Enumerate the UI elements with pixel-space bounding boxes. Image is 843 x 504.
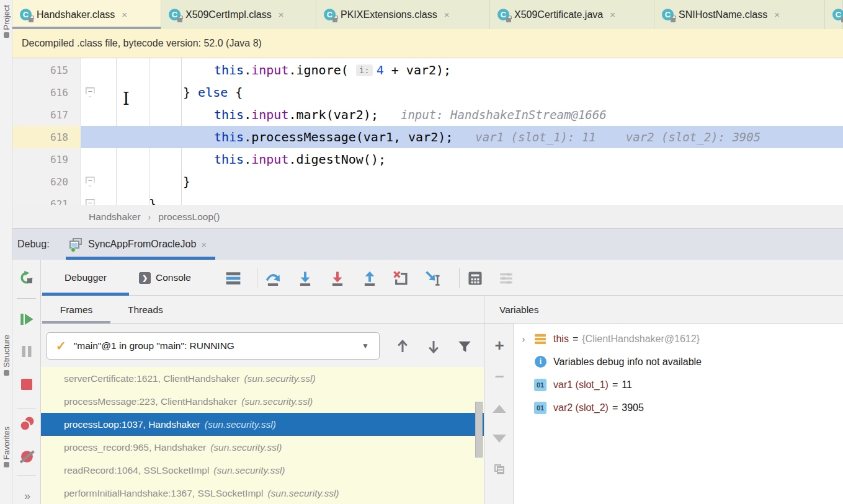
settings-sliders-button[interactable]	[497, 270, 515, 287]
code-text[interactable]: }	[99, 174, 843, 189]
show-execution-point-button[interactable]	[225, 270, 242, 287]
line-number[interactable]: 619	[12, 154, 81, 166]
code-text[interactable]: }	[99, 197, 843, 205]
editor-tab-partial[interactable]: C	[825, 0, 843, 29]
force-step-into-button[interactable]	[329, 270, 346, 287]
run-to-cursor-button[interactable]	[424, 270, 442, 287]
close-icon[interactable]: ×	[122, 9, 127, 20]
variable-name: this	[553, 334, 569, 345]
tab-frames[interactable]: Frames	[42, 296, 110, 324]
remove-watch-button[interactable]: −	[491, 368, 507, 384]
close-icon[interactable]: ×	[444, 9, 450, 20]
tab-debugger[interactable]: Debugger	[42, 260, 129, 296]
stop-button[interactable]	[19, 376, 35, 392]
close-icon[interactable]: ×	[610, 9, 615, 20]
variable-row[interactable]: 01var2 (slot_2)=3905	[514, 396, 843, 419]
variable-row[interactable]: 01var1 (slot_1)=11	[514, 373, 843, 396]
editor-tab-X509CertImpl.class[interactable]: CX509CertImpl.class×	[161, 0, 316, 29]
class-icon: C	[832, 9, 843, 21]
duplicate-watch-button[interactable]	[491, 461, 507, 477]
editor-tab-label: X509Certificate.java	[514, 9, 603, 20]
resume-button[interactable]	[19, 311, 35, 327]
code-text[interactable]: } else {	[99, 85, 843, 100]
variable-name: var1 (slot_1)	[553, 379, 609, 391]
stack-frame-row[interactable]: serverCertificate:1621, ClientHandshaker…	[41, 367, 484, 390]
view-breakpoints-button[interactable]	[19, 415, 35, 431]
line-number[interactable]: 621	[12, 198, 81, 206]
drop-frame-button[interactable]	[392, 270, 409, 287]
tool-window-button-structure[interactable]: Structure	[0, 335, 12, 376]
code-text[interactable]: this.input.digestNow();	[99, 152, 843, 167]
frames-scrollbar[interactable]	[475, 402, 483, 458]
fold-cell: −	[81, 199, 99, 205]
close-icon[interactable]: ×	[279, 9, 284, 20]
breadcrumb-item-method[interactable]: processLoop()	[158, 211, 220, 223]
step-over-button[interactable]	[264, 270, 282, 287]
fold-icon[interactable]: −	[86, 177, 95, 187]
line-number[interactable]: 616	[12, 87, 81, 99]
previous-frame-button[interactable]	[393, 337, 412, 356]
variable-value: {ClientHandshaker@1612}	[582, 334, 700, 345]
pause-button[interactable]	[19, 343, 35, 360]
stack-frame-row[interactable]: processMessage:223, ClientHandshaker(sun…	[41, 390, 484, 413]
line-number[interactable]: 615	[12, 64, 81, 76]
evaluate-expression-button[interactable]	[466, 270, 484, 287]
copy-icon	[494, 464, 504, 474]
line-number[interactable]: 618	[12, 131, 81, 143]
stop-icon	[19, 377, 34, 392]
code-text[interactable]: this.input.mark(var2);input: HandshakeIn…	[99, 107, 843, 122]
move-watch-down-button[interactable]	[491, 430, 507, 446]
stack-frame-row[interactable]: processLoop:1037, Handshaker(sun.securit…	[41, 413, 484, 436]
lock-icon	[177, 18, 182, 22]
mute-breakpoints-button[interactable]	[19, 448, 35, 464]
breadcrumb: Handshaker › processLoop()	[12, 205, 843, 229]
tab-console[interactable]: ❯ Console	[139, 260, 191, 296]
add-watch-button[interactable]: +	[491, 337, 507, 353]
tool-window-button-favorites[interactable]: Favorites	[0, 427, 12, 467]
rerun-icon	[19, 270, 34, 285]
rerun-button[interactable]	[19, 270, 35, 286]
code-text[interactable]: this.input.ignore( i:4 + var2);	[99, 63, 843, 77]
breadcrumb-separator-icon: ›	[148, 212, 151, 222]
editor-tab-X509Certificate.java[interactable]: CX509Certificate.java×	[490, 0, 654, 29]
variables-tree: ›this={ClientHandshaker@1612}iVariables …	[514, 324, 843, 504]
debug-session-tab[interactable]: SyncAppFromOracleJob ×	[66, 229, 215, 260]
code-editor[interactable]: 615this.input.ignore( i:4 + var2);616−} …	[12, 58, 843, 205]
tool-window-label: Favorites	[2, 427, 11, 459]
stack-frame-row[interactable]: process_record:965, Handshaker(sun.secur…	[41, 436, 484, 459]
move-watch-up-button[interactable]	[491, 400, 507, 417]
stack-frame-row[interactable]: readRecord:1064, SSLSocketImpl(sun.secur…	[41, 459, 484, 482]
notification-text: Decompiled .class file, bytecode version…	[22, 38, 262, 49]
tab-threads[interactable]: Threads	[128, 296, 163, 324]
editor-tab-SNIHostName.class[interactable]: CSNIHostName.class×	[654, 0, 825, 29]
close-icon[interactable]: ×	[201, 239, 207, 250]
expand-chevron-icon[interactable]: ›	[514, 334, 533, 344]
next-frame-button[interactable]	[424, 337, 443, 356]
line-number[interactable]: 617	[12, 109, 81, 121]
close-icon[interactable]: ×	[774, 9, 780, 20]
breadcrumb-item-class[interactable]: Handshaker	[89, 211, 141, 223]
fold-icon[interactable]: −	[86, 87, 95, 97]
more-tools-button[interactable]: »	[19, 488, 35, 504]
editor-tab-Handshaker.class[interactable]: CHandshaker.class×	[12, 0, 161, 29]
code-text[interactable]: this.processMessage(var1, var2);var1 (sl…	[99, 130, 843, 144]
frame-package: (sun.security.ssl)	[267, 488, 339, 499]
variables-title-label: Variables	[499, 304, 538, 316]
stack-frame-row[interactable]: performInitialHandshake:1367, SSLSocketI…	[41, 482, 484, 504]
editor-line-615: 615this.input.ignore( i:4 + var2);	[12, 59, 843, 81]
editor-tab-label: Handshaker.class	[37, 9, 115, 20]
view-breakpoints-icon	[19, 416, 35, 431]
fold-icon[interactable]: −	[86, 199, 95, 205]
tool-window-icon	[4, 462, 9, 467]
variable-row[interactable]: iVariables debug info not available	[514, 350, 843, 373]
variable-row[interactable]: ›this={ClientHandshaker@1612}	[514, 327, 843, 350]
step-out-button[interactable]	[361, 270, 378, 287]
tool-window-button-project[interactable]: Project	[0, 5, 12, 38]
line-number[interactable]: 620	[12, 176, 81, 188]
editor-tab-PKIXExtensions.class[interactable]: CPKIXExtensions.class×	[316, 0, 490, 29]
fold-cell: −	[81, 177, 99, 187]
hide-frames-filter-button[interactable]	[455, 337, 474, 356]
thread-selector-dropdown[interactable]: ✓ "main"@1 in group "main": RUNNING ▼	[47, 332, 380, 360]
watches-toolbar: + −	[484, 324, 514, 504]
step-into-button[interactable]	[297, 270, 314, 287]
